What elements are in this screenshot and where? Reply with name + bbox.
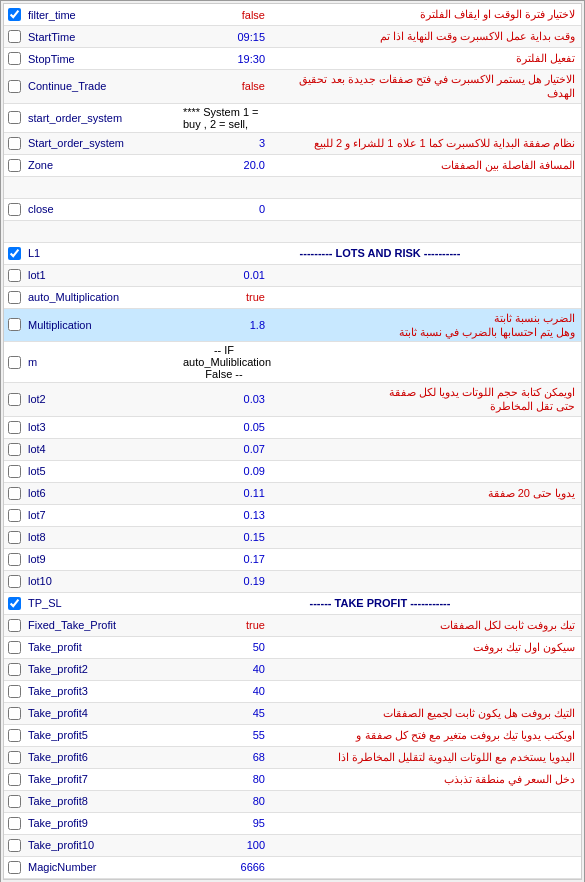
- row-checkbox[interactable]: [8, 159, 21, 172]
- row-checkbox[interactable]: [8, 80, 21, 93]
- table-row: Take_profit10100: [4, 835, 581, 857]
- row-comment: [269, 360, 581, 364]
- row-value: 50: [179, 639, 269, 655]
- row-checkbox[interactable]: [8, 707, 21, 720]
- row-checkbox[interactable]: [8, 751, 21, 764]
- table-row: lot70.13: [4, 505, 581, 527]
- row-comment: يدويا حتى 20 صفقة: [269, 484, 581, 502]
- row-checkbox[interactable]: [8, 729, 21, 742]
- row-checkbox-cell: [4, 597, 24, 610]
- row-name: lot3: [24, 419, 179, 435]
- row-value: 0.05: [179, 419, 269, 435]
- table-row: Take_profit668اليدويا يستخدم مع اللوتات …: [4, 747, 581, 769]
- row-checkbox[interactable]: [8, 509, 21, 522]
- row-checkbox[interactable]: [8, 52, 21, 65]
- row-value: 0.07: [179, 441, 269, 457]
- row-checkbox[interactable]: [8, 663, 21, 676]
- row-checkbox[interactable]: [8, 111, 21, 124]
- row-checkbox[interactable]: [8, 465, 21, 478]
- row-name: lot6: [24, 485, 179, 501]
- row-checkbox[interactable]: [8, 531, 21, 544]
- row-value: -- IF auto_Muliblication False --: [179, 342, 269, 382]
- row-checkbox[interactable]: [8, 30, 21, 43]
- row-checkbox[interactable]: [8, 553, 21, 566]
- row-checkbox[interactable]: [8, 487, 21, 500]
- table-row: StartTime09:15وقت بداية عمل الاكسبرت وقت…: [4, 26, 581, 48]
- row-value: [179, 229, 269, 233]
- row-checkbox[interactable]: [8, 269, 21, 282]
- row-name: Take_profit9: [24, 815, 179, 831]
- row-checkbox[interactable]: [8, 291, 21, 304]
- row-value: 1.8: [179, 317, 269, 333]
- table-row: Continue_Tradefalseالاختيار هل يستمر الا…: [4, 70, 581, 104]
- table-row: [4, 221, 581, 243]
- row-comment: [269, 513, 581, 517]
- row-value: 0.09: [179, 463, 269, 479]
- row-comment: [269, 273, 581, 277]
- row-checkbox-cell: [4, 861, 24, 874]
- row-comment: اويكتب يدويا تيك بروفت متغير مع فتح كل ص…: [269, 726, 581, 744]
- row-comment: [269, 469, 581, 473]
- row-checkbox[interactable]: [8, 318, 21, 331]
- row-checkbox-cell: [4, 531, 24, 544]
- row-value: ------ TAKE PROFIT -----------: [179, 595, 581, 611]
- row-checkbox-cell: [4, 421, 24, 434]
- row-checkbox-cell: [4, 641, 24, 654]
- row-checkbox[interactable]: [8, 356, 21, 369]
- row-name: Take_profit7: [24, 771, 179, 787]
- row-value: false: [179, 78, 269, 94]
- row-checkbox-cell: [4, 685, 24, 698]
- row-comment: سيكون اول تيك بروفت: [269, 638, 581, 656]
- row-value: 19:30: [179, 51, 269, 67]
- row-checkbox[interactable]: [8, 839, 21, 852]
- row-checkbox[interactable]: [8, 641, 21, 654]
- row-checkbox[interactable]: [8, 773, 21, 786]
- row-value: 09:15: [179, 29, 269, 45]
- table-row: Take_profit240: [4, 659, 581, 681]
- row-checkbox[interactable]: [8, 575, 21, 588]
- row-checkbox-cell: [4, 487, 24, 500]
- main-container: filter_timefalseلاختيار فترة الوقت او اي…: [0, 0, 585, 882]
- row-comment: [269, 185, 581, 189]
- row-comment: اويمكن كتابة حجم اللوتات يدويا لكل صفقة …: [269, 383, 581, 416]
- row-comment: [269, 207, 581, 211]
- row-checkbox[interactable]: [8, 8, 21, 21]
- row-checkbox[interactable]: [8, 795, 21, 808]
- row-checkbox-cell: [4, 839, 24, 852]
- row-checkbox[interactable]: [8, 817, 21, 830]
- table-row: Take_profit555اويكتب يدويا تيك بروفت متغ…: [4, 725, 581, 747]
- row-checkbox[interactable]: [8, 619, 21, 632]
- table-row: lot40.07: [4, 439, 581, 461]
- row-name: auto_Multiplication: [24, 289, 179, 305]
- row-checkbox[interactable]: [8, 247, 21, 260]
- row-comment: المسافة الفاصلة بين الصفقات: [269, 156, 581, 174]
- row-checkbox-cell: [4, 137, 24, 150]
- row-checkbox[interactable]: [8, 861, 21, 874]
- row-checkbox[interactable]: [8, 137, 21, 150]
- row-value: [179, 185, 269, 189]
- row-comment: [269, 295, 581, 299]
- table-row: Fixed_Take_Profittrueتيك بروفت ثابت لكل …: [4, 615, 581, 637]
- table-row: Start_order_system3نظام صفقة البداية للا…: [4, 133, 581, 155]
- row-value: 40: [179, 683, 269, 699]
- row-comment: دخل السعر في منطقة تذبذب: [269, 770, 581, 788]
- row-checkbox[interactable]: [8, 203, 21, 216]
- row-comment: الاختيار هل يستمر الاكسبرت في فتح صفقات …: [269, 70, 581, 103]
- table-row: filter_timefalseلاختيار فترة الوقت او اي…: [4, 4, 581, 26]
- row-name: lot10: [24, 573, 179, 589]
- row-name: L1: [24, 245, 179, 261]
- row-checkbox-cell: [4, 393, 24, 406]
- row-value: 20.0: [179, 157, 269, 173]
- row-checkbox[interactable]: [8, 393, 21, 406]
- row-name: lot8: [24, 529, 179, 545]
- row-checkbox-cell: [4, 203, 24, 216]
- row-value: 45: [179, 705, 269, 721]
- row-checkbox[interactable]: [8, 685, 21, 698]
- row-value: 100: [179, 837, 269, 853]
- row-checkbox[interactable]: [8, 421, 21, 434]
- row-value: **** System 1 = buy , 2 = sell,: [179, 104, 269, 132]
- row-checkbox[interactable]: [8, 443, 21, 456]
- row-checkbox-cell: [4, 817, 24, 830]
- table-row: [4, 177, 581, 199]
- row-checkbox[interactable]: [8, 597, 21, 610]
